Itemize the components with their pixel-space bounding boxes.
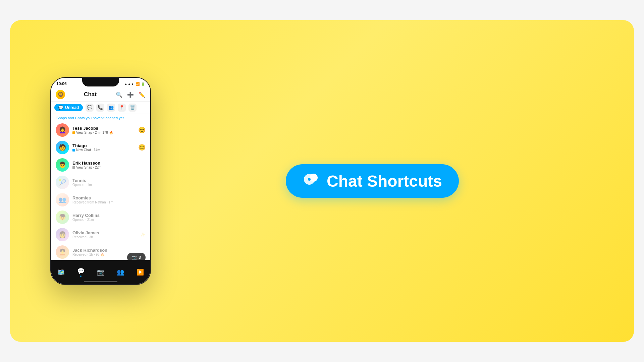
emoji-tess: 😊 [138, 126, 146, 134]
camera-icon: 📷 [132, 255, 137, 260]
chat-subtitle: Snaps and Chats you haven't opened yet [51, 114, 150, 121]
avatar-erik: 👨 [56, 158, 69, 172]
filter-tabs: 💬 Unread 💬 📞 👥 📍 🗑️ [51, 102, 150, 114]
avatar-tennis: 🎾 [56, 176, 69, 189]
avatar-thiago: 🧑 [56, 141, 69, 154]
chat-item-harry[interactable]: 👦 Harry Collins Opened · 21m [51, 208, 150, 226]
chat-title: Chat [84, 91, 97, 98]
chat-info-olivia: Olivia James Received · 3h [72, 230, 137, 239]
nav-camera[interactable]: 📷 [97, 268, 104, 276]
chat-name-erik: Erik Hansson [72, 161, 146, 166]
chat-sub-tess: View Snap · 2m · 178 🔥 [72, 131, 135, 134]
nav-chat[interactable]: 💬 [77, 267, 85, 277]
nav-friends[interactable]: 👥 [117, 268, 124, 276]
chat-item-olivia[interactable]: 👩 Olivia James Received · 3h ✨ [51, 226, 150, 243]
chat-info-erik: Erik Hansson View Snap · 22m [72, 161, 146, 169]
chat-name-jack: Jack Richardson [72, 248, 146, 253]
home-indicator [84, 281, 117, 282]
search-icon[interactable]: 🔍 [115, 91, 123, 98]
chat-sub-roomies: Received from Nathan · 1m [72, 200, 146, 204]
edit-icon[interactable]: ✏️ [138, 91, 146, 98]
add-friend-icon[interactable]: ➕ [127, 91, 134, 98]
chat-info-tennis: Tennis Opened · 1m [72, 178, 146, 187]
status-time: 10:06 [56, 81, 67, 86]
wifi-icon: 📶 [136, 82, 140, 86]
shortcuts-chat-icon [303, 171, 319, 191]
unread-icon: 💬 [58, 105, 63, 110]
chat-name-tess: Tess Jacobs [72, 126, 135, 131]
chat-info-roomies: Roomies Received from Nathan · 1m [72, 195, 146, 204]
chat-name-tennis: Tennis [72, 178, 146, 183]
chat-sub-erik: View Snap · 22m [72, 166, 146, 169]
phone-mockup: 10:06 ▲▲▲ 📶 🔋 🦁 Chat 🔍 ➕ ✏️ [50, 77, 151, 285]
location-tab[interactable]: 📍 [118, 104, 126, 112]
main-background: 10:06 ▲▲▲ 📶 🔋 🦁 Chat 🔍 ➕ ✏️ [10, 20, 634, 342]
chat-info-tess: Tess Jacobs View Snap · 2m · 178 🔥 [72, 126, 135, 134]
chat-name-harry: Harry Collins [72, 213, 146, 218]
avatar-tess: 👩‍🦱 [56, 123, 69, 137]
chat-item-thiago[interactable]: 🧑 Thiago New Chat · 14m 😊 [51, 139, 150, 156]
chat-name-roomies: Roomies [72, 195, 146, 200]
snap-dot-thiago [72, 149, 75, 152]
emoji-thiago: 😊 [138, 144, 146, 151]
groups-tab[interactable]: 👥 [107, 104, 115, 112]
map-icon: 🗺️ [57, 268, 65, 276]
friends-icon: 👥 [117, 268, 124, 276]
unread-label: Unread [65, 105, 79, 110]
user-avatar[interactable]: 🦁 [56, 90, 65, 99]
status-icons: ▲▲▲ 📶 🔋 [124, 82, 145, 86]
phone-notch [82, 78, 119, 86]
chat-header: 🦁 Chat 🔍 ➕ ✏️ [51, 88, 150, 102]
chat-info-thiago: Thiago New Chat · 14m [72, 143, 135, 152]
unread-tab[interactable]: 💬 Unread [54, 104, 83, 111]
right-section: Chat Shortcuts [151, 164, 594, 198]
svg-point-2 [308, 178, 311, 181]
shortcuts-label: Chat Shortcuts [327, 172, 442, 190]
avatar-harry: 👦 [56, 210, 69, 224]
camera-nav-icon: 📷 [97, 268, 104, 276]
chat-info-harry: Harry Collins Opened · 21m [72, 213, 146, 222]
chat-item-erik[interactable]: 👨 Erik Hansson View Snap · 22m [51, 156, 150, 174]
nav-stories[interactable]: ▶️ [137, 268, 144, 276]
chat-nav-icon: 💬 [77, 267, 85, 275]
stories-icon: ▶️ [137, 268, 144, 276]
chat-name-olivia: Olivia James [72, 230, 137, 235]
chat-sub-olivia: Received · 3h [72, 235, 137, 239]
svg-point-1 [310, 174, 318, 182]
chat-sub-harry: Opened · 21m [72, 218, 146, 222]
avatar-roomies: 👥 [56, 193, 69, 206]
chat-item-tess[interactable]: 👩‍🦱 Tess Jacobs View Snap · 2m · 178 🔥 😊 [51, 121, 150, 139]
chat-item-roomies[interactable]: 👥 Roomies Received from Nathan · 1m [51, 191, 150, 208]
snap-dot-tess [72, 131, 75, 134]
camera-count: 3 [139, 255, 141, 260]
chat-sub-tennis: Opened · 1m [72, 183, 146, 187]
chat-item-tennis[interactable]: 🎾 Tennis Opened · 1m [51, 174, 150, 191]
phone-screen: 10:06 ▲▲▲ 📶 🔋 🦁 Chat 🔍 ➕ ✏️ [50, 77, 151, 285]
snap-dot-erik [72, 166, 75, 169]
calls-tab[interactable]: 📞 [96, 104, 104, 112]
signal-icon: ▲▲▲ [124, 82, 134, 86]
chat-shortcuts-button[interactable]: Chat Shortcuts [286, 164, 459, 198]
chat-tab[interactable]: 💬 [86, 104, 94, 112]
chat-sub-thiago: New Chat · 14m [72, 148, 135, 152]
battery-icon: 🔋 [141, 82, 145, 86]
chat-name-thiago: Thiago [72, 143, 135, 148]
avatar-jack: 🧑‍🦱 [56, 245, 69, 259]
avatar-olivia: 👩 [56, 228, 69, 241]
emoji-olivia: ✨ [141, 232, 146, 237]
header-icons: 🔍 ➕ ✏️ [115, 91, 146, 98]
archive-tab[interactable]: 🗑️ [128, 104, 137, 112]
nav-active-dot [80, 276, 82, 277]
nav-map[interactable]: 🗺️ [57, 268, 65, 276]
